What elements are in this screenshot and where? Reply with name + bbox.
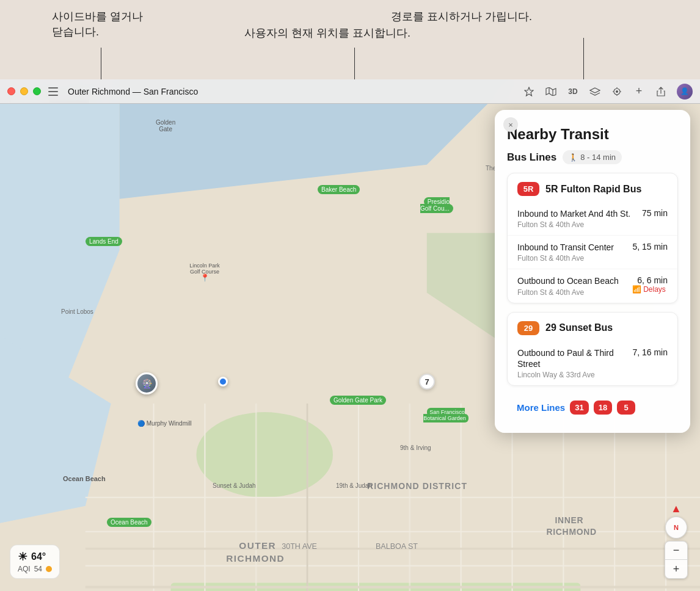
more-badge-5[interactable]: 5 — [617, 401, 635, 415]
route-outbound-paul: Outbound to Paul & Third Street — [517, 347, 627, 369]
svg-point-10 — [196, 412, 333, 498]
weather-temperature: 64° — [31, 551, 46, 562]
wifi-icon: 📶 — [632, 285, 641, 294]
svg-text:INNER: INNER — [555, 515, 583, 525]
route-inbound-market: Inbound to Market And 4th St. — [517, 208, 637, 219]
traffic-lights — [7, 87, 41, 95]
svg-text:RICHMOND: RICHMOND — [226, 553, 285, 564]
card-row-inbound-transit[interactable]: Inbound to Transit Center 5, 15 min Fult… — [508, 236, 677, 269]
card-title-29: 29 Sunset Bus — [545, 322, 613, 333]
compass[interactable]: N — [665, 517, 687, 538]
minimize-button[interactable] — [20, 87, 28, 95]
time-inbound-market: 75 min — [642, 208, 668, 218]
stop-outbound-ocean: Fulton St & 40th Ave — [517, 288, 632, 297]
transit-panel: × Nearby Transit Bus Lines 🚶 8 - 14 min … — [495, 110, 690, 433]
walk-icon: 🚶 — [569, 153, 578, 162]
card-header-29: 29 29 Sunset Bus — [508, 313, 677, 341]
time-inbound-transit: 5, 15 min — [632, 242, 668, 252]
more-badge-18[interactable]: 18 — [594, 401, 612, 415]
svg-text:RICHMOND: RICHMOND — [546, 527, 596, 537]
annotation-line-route — [583, 38, 584, 82]
card-title-5r: 5R Fulton Rapid Bus — [545, 184, 641, 195]
card-header-5r: 5R 5R Fulton Rapid Bus — [508, 173, 677, 202]
weather-aqi-label: AQI — [18, 565, 31, 573]
location-icon[interactable] — [523, 85, 535, 98]
annotation-sidebar: 사이드바를 열거나닫습니다. — [52, 9, 162, 40]
titlebar: Outer Richmond — San Francisco 3D — [0, 79, 700, 104]
aqi-indicator — [46, 566, 52, 572]
avatar[interactable]: 👤 — [677, 84, 693, 100]
zoom-controls: − + — [665, 541, 688, 579]
sidebar-toggle-button[interactable] — [48, 87, 58, 96]
transit-card-5r[interactable]: 5R 5R Fulton Rapid Bus Inbound to Market… — [507, 173, 678, 303]
annotation-route: 경로를 표시하거나 가립니다. — [391, 9, 574, 24]
zoom-minus-button[interactable]: − — [665, 542, 687, 560]
svg-text:BALBOA ST: BALBOA ST — [376, 542, 418, 551]
svg-text:RICHMOND DISTRICT: RICHMOND DISTRICT — [367, 481, 467, 491]
track-icon[interactable] — [611, 85, 623, 98]
annotation-route-text: 경로를 표시하거나 가립니다. — [391, 10, 532, 23]
share-icon[interactable] — [655, 85, 667, 98]
weather-sun-icon: ☀ — [18, 550, 27, 564]
close-button[interactable] — [7, 87, 15, 95]
annotation-line-sidebar — [101, 48, 101, 81]
annotation-location-text: 사용자의 현재 위치를 표시합니다. — [244, 27, 410, 39]
3d-button[interactable]: 3D — [567, 85, 579, 98]
time-outbound-paul: 7, 16 min — [632, 347, 668, 357]
weather-widget: ☀ 64° AQI 54 — [10, 545, 60, 579]
stop-outbound-paul: Lincoln Way & 33rd Ave — [517, 371, 668, 379]
more-lines-label: More Lines — [517, 402, 565, 413]
zoom-plus-button[interactable]: + — [665, 560, 687, 578]
card-row-outbound-paul[interactable]: Outbound to Paul & Third Street 7, 16 mi… — [508, 341, 677, 385]
user-location-dot — [218, 377, 228, 386]
stop-inbound-market: Fulton St & 40th Ave — [517, 220, 668, 229]
panel-close-button[interactable]: × — [503, 117, 518, 132]
panel-title: Nearby Transit — [507, 126, 678, 143]
card-row-outbound-ocean[interactable]: Outbound to Ocean Beach Fulton St & 40th… — [508, 269, 677, 302]
svg-text:30TH AVE: 30TH AVE — [282, 542, 317, 551]
stop-inbound-transit: Fulton St & 40th Ave — [517, 254, 668, 263]
transit-card-29[interactable]: 29 29 Sunset Bus Outbound to Paul & Thir… — [507, 312, 678, 386]
panel-section-header: Bus Lines 🚶 8 - 14 min — [507, 150, 678, 164]
photo-marker-1[interactable]: 🎡 — [136, 372, 158, 394]
line-badge-5r: 5R — [517, 182, 539, 196]
number-marker-7[interactable]: 7 — [419, 374, 435, 390]
add-button[interactable]: + — [633, 85, 645, 98]
line-badge-29: 29 — [517, 321, 539, 335]
delay-badge: 📶 Delays — [632, 285, 668, 294]
delay-text: Delays — [643, 285, 666, 294]
annotation-sidebar-text: 사이드바를 열거나닫습니다. — [52, 10, 143, 38]
route-inbound-transit: Inbound to Transit Center — [517, 242, 627, 253]
route-outbound-ocean: Outbound to Ocean Beach — [517, 275, 632, 286]
map-area[interactable]: OUTER RICHMOND INNER RICHMOND RICHMOND D… — [0, 79, 700, 591]
window-title: Outer Richmond — San Francisco — [68, 87, 523, 96]
map-icon[interactable] — [545, 85, 557, 98]
map-controls: ▲ N − + — [665, 503, 688, 579]
svg-text:OUTER: OUTER — [239, 540, 276, 551]
maximize-button[interactable] — [33, 87, 41, 95]
annotation-line-location — [354, 48, 355, 81]
time-outbound-ocean: 6, 6 min — [637, 275, 668, 285]
more-badge-31[interactable]: 31 — [570, 401, 588, 415]
weather-aqi-value: 54 — [34, 565, 42, 573]
walk-time-text: 8 - 14 min — [580, 153, 616, 162]
svg-point-3 — [616, 90, 618, 93]
bus-lines-label: Bus Lines — [507, 151, 556, 164]
walk-time-badge: 🚶 8 - 14 min — [563, 150, 622, 164]
card-row-inbound-market[interactable]: Inbound to Market And 4th St. 75 min Ful… — [508, 202, 677, 236]
layers-icon[interactable] — [589, 85, 601, 98]
titlebar-actions: 3D + 👤 — [523, 84, 693, 100]
annotation-location: 사용자의 현재 위치를 표시합니다. — [244, 26, 410, 41]
more-lines-section[interactable]: More Lines 31 18 5 — [507, 394, 678, 421]
north-arrow: ▲ — [671, 503, 682, 514]
